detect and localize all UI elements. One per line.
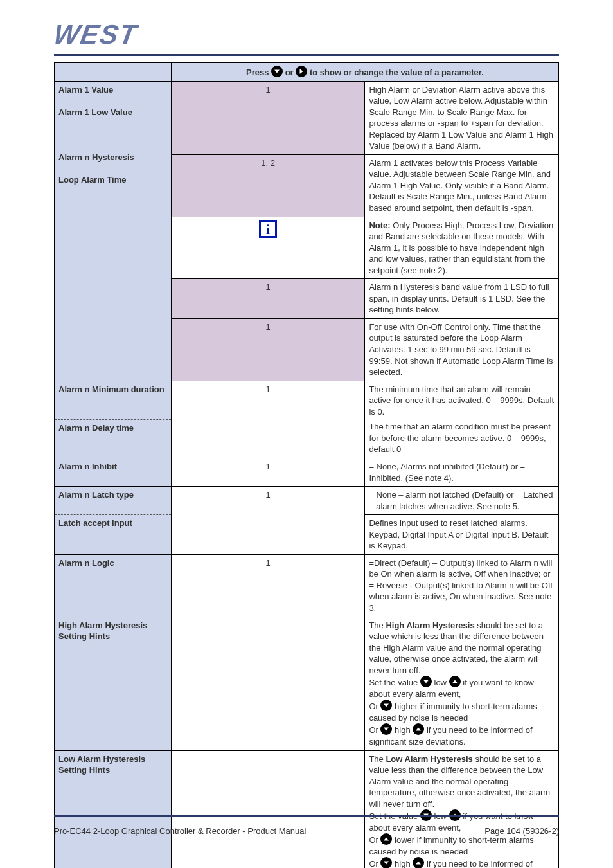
param-latch-accept: Latch accept input	[55, 515, 172, 555]
desc-r8: = None – alarm not latched (Default) or …	[365, 487, 559, 515]
desc-r0: High Alarm or Deviation Alarm active abo…	[365, 81, 559, 154]
desc-r5r6: The minimum time that an alarm will rema…	[365, 381, 559, 458]
hdr-instruction: Press or to show or change the value of …	[171, 63, 558, 82]
lbl-loop-alarm: Loop Alarm Time	[58, 174, 167, 186]
param-high-hints: High Alarm Hysteresis Setting Hints	[55, 617, 172, 750]
hint-r12-2: Or lower if immunity to short-term alarm…	[369, 833, 555, 857]
info-icon: i	[259, 220, 277, 238]
note-r0: 1	[171, 81, 365, 154]
desc-r6: The time that an alarm condition must be…	[369, 421, 555, 455]
brand-logo: WEST	[54, 19, 559, 50]
top-rule	[54, 54, 559, 56]
param-min-duration: Alarm n Minimum duration	[55, 381, 172, 419]
desc-r2: Note: Only Process High, Process Low, De…	[365, 217, 559, 279]
note-r12	[171, 750, 365, 868]
down-icon	[380, 857, 392, 868]
desc-r12: The Low Alarm Hysteresis should be set t…	[365, 750, 559, 868]
down-icon	[271, 66, 283, 77]
param-latch-type: Alarm n Latch type	[55, 487, 172, 515]
down-icon	[420, 676, 432, 687]
hdr-blank	[55, 63, 172, 82]
hint-r11-2: Or higher if immunity to short-term alar…	[369, 700, 555, 723]
right-icon	[296, 66, 307, 77]
up-icon	[413, 723, 424, 735]
lbl-alarm1-value: Alarm 1 Value	[58, 84, 167, 96]
note-r8: 1	[171, 487, 365, 555]
hint-r11-0: The High Alarm Hysteresis should be set …	[369, 620, 555, 676]
parameter-table: Press or to show or change the value of …	[54, 62, 559, 868]
hint-r12-3: Or high if you need to be informed of si…	[369, 857, 555, 868]
desc-r3: Alarm n Hysteresis band value from 1 LSD…	[365, 279, 559, 319]
hint-r11-3: Or high if you need to be informed of si…	[369, 723, 555, 747]
note-r10: 1	[171, 554, 365, 617]
lbl-alarm1-low: Alarm 1 Low Value	[58, 107, 167, 118]
note-r3: 1	[171, 279, 365, 319]
footer-left: Pro-EC44 2-Loop Graphical Controller & R…	[54, 826, 306, 836]
desc-r11: The High Alarm Hysteresis should be set …	[365, 617, 559, 750]
note-r5: 1	[171, 381, 365, 458]
desc-r9: Defines input used to reset latched alar…	[365, 515, 559, 555]
bottom-rule	[54, 815, 559, 817]
lbl-alarmn-hyst: Alarm n Hysteresis	[58, 152, 167, 163]
down-icon	[380, 723, 392, 735]
desc-r1: Alarm 1 activates below this Process Var…	[365, 154, 559, 217]
desc-r7: = None, Alarms not inhibited (Default) o…	[365, 458, 559, 486]
note-r4: 1	[171, 318, 365, 381]
desc-r5: The minimum time that an alarm will rema…	[369, 384, 555, 418]
hint-r12-0: The Low Alarm Hysteresis should be set t…	[369, 754, 555, 810]
hint-r11-1: Set the value low if you want to know ab…	[369, 676, 555, 700]
note-r7: 1	[171, 458, 365, 486]
up-icon	[449, 676, 461, 687]
footer-right: Page 104 (59326-2)	[484, 826, 559, 836]
note-r2: i	[171, 217, 365, 279]
note-r1: 1, 2	[171, 154, 365, 217]
up-icon	[413, 857, 424, 868]
down-icon	[380, 700, 392, 711]
desc-r4: For use with On-Off Control only. Time t…	[365, 318, 559, 381]
note-r11	[171, 617, 365, 750]
param-logic: Alarm n Logic	[55, 554, 172, 617]
param-group-alarm1: Alarm 1 Value Alarm 1 Low Value Alarm n …	[55, 81, 172, 381]
param-delay: Alarm n Delay time	[55, 419, 172, 458]
param-low-hints: Low Alarm Hysteresis Setting Hints	[55, 750, 172, 868]
desc-r10: =Direct (Default) – Output(s) linked to …	[365, 554, 559, 617]
param-inhibit: Alarm n Inhibit	[55, 458, 172, 486]
up-icon	[380, 833, 392, 845]
